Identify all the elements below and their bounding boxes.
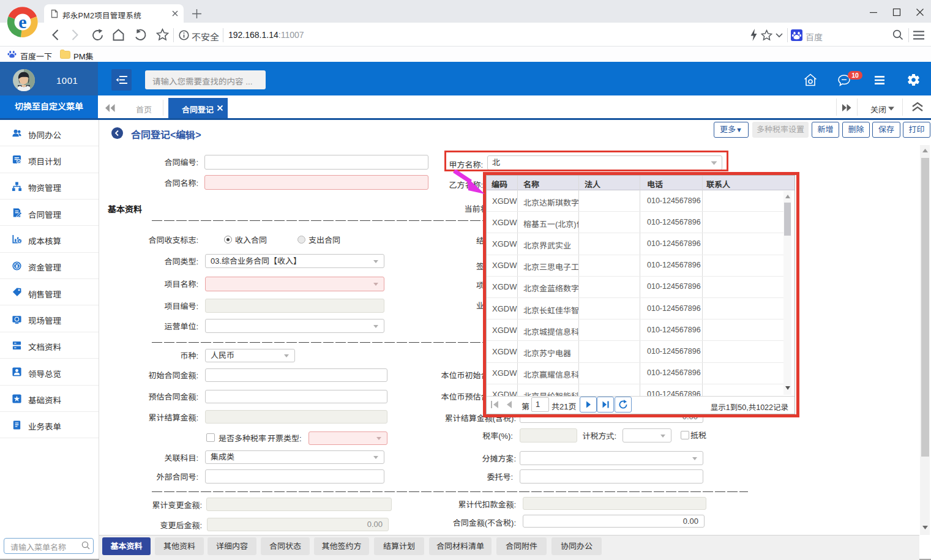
svg-text:e: e [18, 12, 26, 32]
